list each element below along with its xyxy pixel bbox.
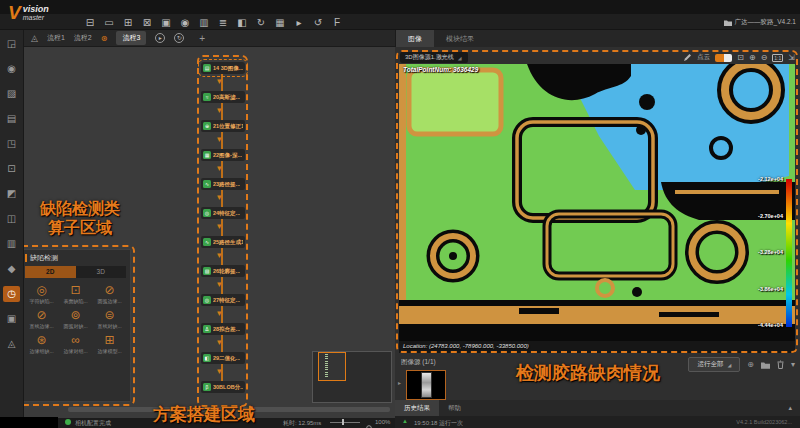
tab-flow1[interactable]: 流程1: [47, 33, 65, 43]
status-message: 相机配置完成: [75, 419, 111, 428]
toolbar-icon[interactable]: ↺: [312, 15, 324, 30]
operator-item[interactable]: ⊚ 圆弧对缺...: [59, 309, 92, 329]
branch-icon[interactable]: ◬: [31, 33, 38, 43]
run-once-icon[interactable]: ▸: [155, 33, 165, 43]
toolbar-icon[interactable]: ⊞: [122, 15, 134, 30]
point-cloud-toggle[interactable]: [715, 54, 732, 62]
point-cloud-label: 点云: [697, 53, 710, 62]
operator-icon: ⊛: [36, 334, 46, 347]
tab-image[interactable]: 图像: [396, 30, 434, 47]
tab-2d[interactable]: 2D: [25, 266, 76, 278]
toolbar-icon[interactable]: ↻: [255, 15, 267, 30]
node-label: 24特征定...: [213, 210, 240, 217]
tab-flow2[interactable]: 流程2: [74, 33, 92, 43]
flow-node[interactable]: ◎ 27特征定...: [201, 294, 245, 306]
operator-label: 直线对缺...: [97, 323, 121, 329]
zoom-out-icon[interactable]: ⊖: [761, 53, 768, 62]
flow-node[interactable]: Δ 28拟合差...: [201, 323, 245, 335]
chevron-down-icon[interactable]: ▾: [791, 360, 795, 369]
expand-thumbnails-icon[interactable]: ▸: [398, 379, 401, 386]
tab-module-result[interactable]: 模块结果: [434, 30, 486, 47]
tab-history-result[interactable]: 历史结果: [395, 400, 439, 416]
annotation-build-area: 方案搭建区域: [153, 403, 255, 426]
folder-icon[interactable]: [761, 361, 770, 369]
operator-grid: ◎ 字符缺陷... ⊡ 表面缺陷... ⊘ 圆弧边缘... ⊘ 直线边缘... …: [25, 284, 126, 354]
sidebar-tool-icon[interactable]: ⊡: [3, 161, 20, 177]
run-loop-icon[interactable]: ↻: [174, 33, 184, 43]
image-source-dropdown[interactable]: 3D图像源1.激光线◢: [400, 52, 468, 63]
tab-3d[interactable]: 3D: [76, 266, 127, 278]
flow-node[interactable]: ▤ 14 3D图像...: [201, 62, 245, 74]
operator-item[interactable]: ⊛ 边缘组缺...: [25, 334, 58, 354]
flow-node[interactable]: ▦ 22图像-深...: [201, 149, 245, 161]
defect-panel-title: 缺陷检测: [30, 253, 58, 263]
operator-icon: ⊚: [70, 309, 80, 322]
toolbar-icon[interactable]: ⊠: [141, 15, 153, 30]
zoom-in-icon[interactable]: ⊕: [749, 53, 756, 62]
flow-node[interactable]: ∿ 23路径提...: [201, 178, 245, 190]
operator-item[interactable]: ∞ 边缘对组...: [59, 334, 92, 354]
edit-pencil-icon[interactable]: [683, 53, 692, 62]
toolbar-icon[interactable]: ▥: [198, 15, 210, 30]
sidebar-tool-icon[interactable]: ◳: [3, 136, 20, 152]
sidebar-tool-icon[interactable]: ◷: [3, 286, 20, 302]
toolbar-icon[interactable]: ▸: [293, 15, 305, 30]
tab-flow3[interactable]: 流程3: [116, 31, 146, 45]
flow-node[interactable]: ▨ 26轮廓提...: [201, 265, 245, 277]
collapse-icon[interactable]: ▴: [788, 404, 792, 412]
operator-item[interactable]: ⊡ 表面缺陷...: [59, 284, 92, 304]
toolbar-icons: ⊟▭⊞⊠▣◉▥≣◧↻▦▸↺F: [84, 14, 343, 30]
sidebar-icons: ◲◉▨▤◳⊡◩◫▥◆◷▣◬: [0, 30, 23, 352]
history-status-icon: ▲: [402, 418, 408, 424]
node-label: 14 3D图像...: [213, 65, 243, 72]
flow-node[interactable]: ◧ 29二值化...: [201, 352, 245, 364]
sidebar-tool-icon[interactable]: ▤: [3, 111, 20, 127]
flow-node[interactable]: ⊕ 21位置修正1: [201, 120, 245, 132]
toolbar-icon[interactable]: ≣: [217, 15, 229, 30]
toolbar-icon[interactable]: ◧: [236, 15, 248, 30]
flow-node[interactable]: ∿ 25路径生成1: [201, 236, 245, 248]
operator-label: 圆弧对缺...: [63, 323, 87, 329]
node-icon: ∿: [203, 180, 211, 188]
operator-icon: ⊘: [36, 309, 46, 322]
toolbar-icon[interactable]: F: [331, 15, 343, 30]
tab-help[interactable]: 帮助: [439, 400, 470, 416]
zoom-slider-thumb[interactable]: [342, 419, 344, 425]
toolbar-icon[interactable]: ▦: [274, 15, 286, 30]
sidebar-tool-icon[interactable]: ◬: [3, 336, 20, 352]
node-label: 28拟合差...: [213, 326, 240, 333]
run-all-button[interactable]: 运行全部◢: [688, 357, 740, 372]
sidebar-tool-icon[interactable]: ◆: [3, 261, 20, 277]
sidebar-tool-icon[interactable]: ◉: [3, 61, 20, 77]
trash-icon[interactable]: [777, 360, 784, 369]
history-entry[interactable]: 19:50:18 运行一次: [414, 419, 463, 428]
one-to-one-icon[interactable]: 1:1: [772, 54, 783, 62]
fullscreen-icon[interactable]: ⇲: [788, 53, 795, 62]
fit-view-icon[interactable]: ⊡: [737, 53, 744, 62]
flow-node[interactable]: β 30BLOB分...: [201, 381, 245, 393]
toolbar-icon[interactable]: ▭: [103, 15, 115, 30]
node-icon: ∿: [203, 238, 211, 246]
minimap-viewport[interactable]: [318, 352, 346, 381]
elapsed-time: 耗时: 12.95ms: [283, 419, 321, 428]
flow-node[interactable]: ◎ 24特征定...: [201, 207, 245, 219]
add-flow-button[interactable]: +: [199, 33, 205, 44]
operator-item[interactable]: ⊞ 边缘模型...: [93, 334, 126, 354]
toolbar-icon[interactable]: ◉: [179, 15, 191, 30]
flow-node[interactable]: ≈ 20高斯滤...: [201, 91, 245, 103]
add-icon[interactable]: ⊕: [747, 360, 754, 369]
zoom-slider[interactable]: [330, 422, 360, 423]
image-thumbnail[interactable]: [406, 370, 446, 400]
operator-item[interactable]: ⊘ 圆弧边缘...: [93, 284, 126, 304]
operator-item[interactable]: ⊜ 直线对缺...: [93, 309, 126, 329]
flow-minimap[interactable]: [312, 351, 392, 403]
operator-item[interactable]: ◎ 字符缺陷...: [25, 284, 58, 304]
sidebar-tool-icon[interactable]: ▥: [3, 236, 20, 252]
sidebar-tool-icon[interactable]: ▣: [3, 311, 20, 327]
toolbar-icon[interactable]: ⊟: [84, 15, 96, 30]
operator-item[interactable]: ⊘ 直线边缘...: [25, 309, 58, 329]
toolbar-icon[interactable]: ▣: [160, 15, 172, 30]
sidebar-tool-icon[interactable]: ▨: [3, 86, 20, 102]
sidebar-tool-icon[interactable]: ◲: [3, 36, 20, 52]
dropdown-corner-icon: ◢: [458, 55, 462, 61]
